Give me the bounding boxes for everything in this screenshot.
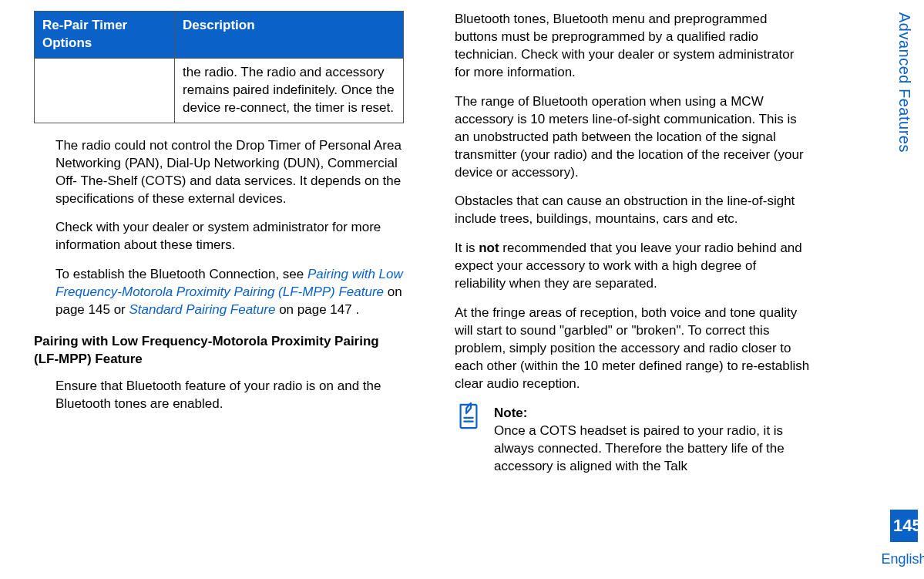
text-fragment: recommended that you leave your radio be… bbox=[455, 241, 802, 291]
table-header-description: Description bbox=[175, 12, 404, 59]
bluetooth-ensure-paragraph: Ensure that Bluetooth feature of your ra… bbox=[55, 378, 404, 413]
text-fragment: To establish the Bluetooth Connection, s… bbox=[55, 267, 307, 281]
fringe-areas-paragraph: At the fringe areas of reception, both v… bbox=[455, 305, 811, 393]
page-sidebar: Advanced Features 145 English bbox=[890, 9, 918, 570]
table-cell-description: the radio. The radio and accessory remai… bbox=[175, 58, 404, 123]
language-label: English bbox=[881, 550, 924, 568]
chapter-label: Advanced Features bbox=[894, 12, 915, 153]
note-title: Note: bbox=[494, 405, 811, 422]
text-fragment: It is bbox=[455, 241, 479, 255]
bluetooth-programming-paragraph: Bluetooth tones, Bluetooth menu and prep… bbox=[455, 11, 811, 82]
table-cell-options bbox=[35, 58, 175, 123]
page-number: 145 bbox=[890, 510, 918, 542]
table-header-options: Re-Pair Timer Options bbox=[35, 12, 175, 59]
note-icon bbox=[455, 405, 482, 433]
bluetooth-range-paragraph: The range of Bluetooth operation when us… bbox=[455, 93, 811, 182]
note-body-text: Once a COTS headset is paired to your ra… bbox=[494, 423, 785, 473]
section-heading-lf-mpp: Pairing with Low Frequency-Motorola Prox… bbox=[34, 333, 404, 369]
link-standard-pairing[interactable]: Standard Pairing Feature bbox=[129, 302, 275, 317]
table-row: the radio. The radio and accessory remai… bbox=[35, 58, 404, 123]
text-fragment: on page 147 . bbox=[275, 302, 359, 317]
bluetooth-connection-paragraph: To establish the Bluetooth Connection, s… bbox=[55, 266, 404, 319]
obstacles-paragraph: Obstacles that can cause an obstruction … bbox=[455, 193, 811, 228]
note-block: Note: Once a COTS headset is paired to y… bbox=[455, 405, 811, 476]
repair-timer-table: Re-Pair Timer Options Description the ra… bbox=[34, 11, 404, 123]
not-recommended-paragraph: It is not recommended that you leave you… bbox=[455, 240, 811, 293]
drop-timer-paragraph: The radio could not control the Drop Tim… bbox=[55, 137, 404, 208]
dealer-info-paragraph: Check with your dealer or system adminis… bbox=[55, 219, 404, 254]
bold-not: not bbox=[479, 241, 499, 255]
